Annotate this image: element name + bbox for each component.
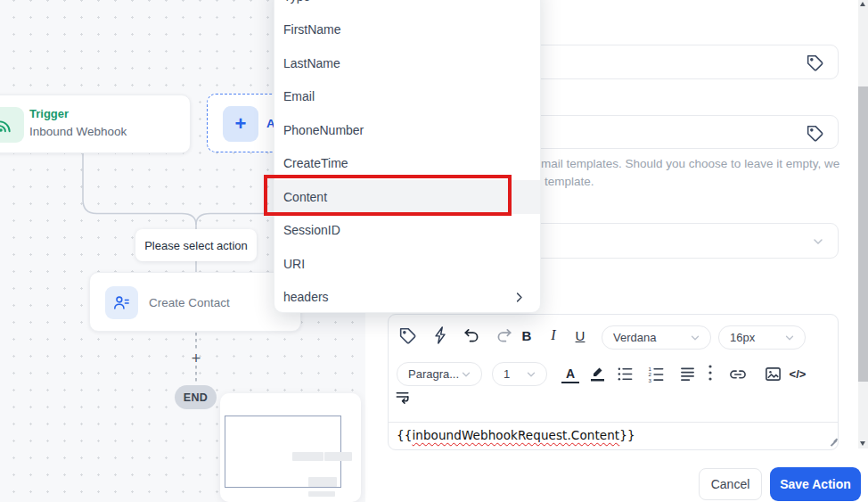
lightning-icon[interactable] [431,325,449,346]
placeholder-bar [308,491,335,497]
dropdown-item-label: LastName [283,56,340,70]
scrollbar-up-arrow[interactable] [860,2,865,6]
text-wrap-icon[interactable] [394,390,412,406]
dropdown-item-uri[interactable]: URI [274,247,540,281]
paragraph-format-value: Paragra... [408,367,459,381]
scrollbar-thumb[interactable] [858,86,868,382]
create-contact-node[interactable]: Create Contact [89,272,301,332]
dropdown-item-phonenumber[interactable]: PhoneNumber [274,113,540,147]
chevron-down-icon [689,332,701,344]
dropdown-item-label: PhoneNumber [283,123,364,137]
highlight-marker-icon[interactable] [589,363,607,383]
dropdown-item-label: headers [283,290,329,304]
panel-scrollbar[interactable] [858,0,868,449]
add-step-plus-icon[interactable]: + [188,351,204,366]
font-family-select[interactable]: Verdana [602,325,711,350]
end-badge: END [175,385,217,409]
numbered-list-icon[interactable]: 123 [647,365,665,383]
dropdown-item-label: CreateTime [283,156,348,170]
line-height-select[interactable]: 1 [492,362,547,386]
workflow-editor-screen: Trigger Inbound Webhook + Add Please sel… [0,0,868,502]
dropdown-item-headers[interactable]: headers [274,281,540,314]
dropdown-item-label: FirstName [283,22,341,37]
helper-text-line1: mail templates. Should you choose to lea… [541,157,839,170]
svg-text:3: 3 [648,377,651,383]
webhook-signal-icon [0,107,24,143]
editor-content-area[interactable]: {{inboundWebhookRequest.Content}} [397,428,635,442]
dropdown-item-lastname[interactable]: LastName [274,46,540,80]
align-icon[interactable] [678,365,696,383]
link-icon[interactable] [728,365,748,383]
merge-tag-prefix: {{ [397,428,412,442]
please-select-action-label: Please select action [135,229,257,261]
underline-button[interactable]: U [572,326,588,344]
placeholder-bar [308,477,337,487]
preview-placeholder-frame [225,416,341,488]
dropdown-item-label: URI [283,257,305,271]
placeholder-bar [324,452,352,461]
cancel-button[interactable]: Cancel [699,468,762,500]
create-contact-label: Create Contact [149,296,230,309]
chevron-down-icon [525,368,537,381]
save-action-button[interactable]: Save Action [770,467,861,501]
font-family-value: Verdana [613,331,656,344]
chevron-right-icon [512,291,526,304]
text-color-icon[interactable]: A [561,365,579,383]
dropdown-item-firstname[interactable]: FirstName [274,13,540,47]
paragraph-format-select[interactable]: Paragra... [397,362,482,386]
annotation-red-box [264,175,512,216]
undo-icon[interactable] [462,327,481,343]
trigger-node-title: Trigger [29,107,69,120]
rich-text-editor: B I U Verdana 16px Paragra... 1 A [388,314,839,450]
dropdown-item-label: Email [283,89,315,103]
trigger-node-subtitle: Inbound Webhook [29,125,127,138]
tag-icon[interactable] [398,326,417,345]
chevron-down-icon [783,332,796,344]
line-height-value: 1 [504,367,510,381]
font-size-value: 16px [730,331,755,344]
plus-icon: + [223,106,258,142]
bullet-list-icon[interactable] [616,365,634,383]
trigger-node[interactable]: Trigger Inbound Webhook [0,95,191,153]
redo-icon[interactable] [495,327,514,343]
dropdown-item-email[interactable]: Email [274,80,540,114]
webhook-field-dropdown: Type FirstName LastName Email PhoneNumbe… [274,0,541,313]
merge-tag-body: inboundWebhookRequest.Content [412,428,619,442]
merge-tag-suffix: }} [619,428,635,442]
italic-button[interactable]: I [547,326,560,344]
helper-text-line2: template. [545,175,594,188]
kebab-menu-icon[interactable] [706,363,715,383]
font-size-select[interactable]: 16px [718,325,806,350]
placeholder-bar [292,452,323,461]
contact-person-icon [105,286,138,319]
chevron-down-icon [460,368,472,381]
tag-icon[interactable] [807,125,824,143]
tag-icon[interactable] [807,54,824,72]
canvas-preview-card [220,393,361,502]
dropdown-item-label: Type [283,0,310,4]
code-icon[interactable]: </> [785,365,810,383]
bold-button[interactable]: B [519,326,535,344]
chevron-down-icon [811,235,825,249]
dropdown-item-partial[interactable]: Type [274,0,540,13]
dropdown-item-sessionid[interactable]: SessionID [274,214,540,248]
editor-toolbar-divider [389,422,838,423]
image-icon[interactable] [764,365,782,383]
editor-resize-grip[interactable] [830,437,838,445]
scrollbar-down-arrow[interactable] [860,441,865,446]
dropdown-item-label: SessionID [283,223,340,237]
